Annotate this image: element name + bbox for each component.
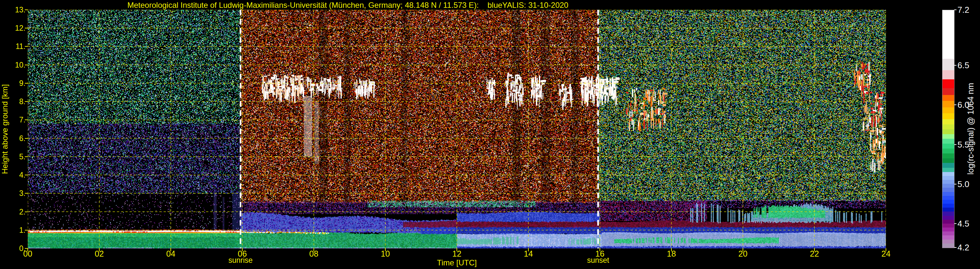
y-tick-label: 0. <box>6 244 25 253</box>
x-tick-mark <box>27 248 28 251</box>
y-tick-mark <box>25 156 28 157</box>
heatmap-plot-canvas <box>28 10 886 248</box>
y-tick-mark <box>25 175 28 175</box>
colorbar-label: log(rc-signal) @ 1064 nm <box>964 10 977 247</box>
colorbar-tick-mark <box>954 144 956 145</box>
colorbar-tick-mark <box>954 184 956 185</box>
colorbar-tick-mark <box>954 10 956 10</box>
x-tick-mark <box>313 248 314 251</box>
x-tick-mark <box>385 248 386 251</box>
colorbar-tick-mark <box>954 105 956 105</box>
y-tick-mark <box>25 101 28 102</box>
y-tick-label: 11. <box>6 42 25 51</box>
x-tick-mark <box>170 248 171 251</box>
y-tick-label: 9. <box>6 79 25 88</box>
y-tick-label: 12. <box>6 24 25 33</box>
y-tick-mark <box>25 65 28 65</box>
x-tick-mark <box>528 248 529 251</box>
x-tick-mark <box>814 248 815 251</box>
colorbar-tick-mark <box>954 223 956 224</box>
y-tick-mark <box>25 193 28 194</box>
y-tick-mark <box>25 212 28 212</box>
y-tick-label: 1. <box>6 226 25 234</box>
sunrise-annotation: sunrise <box>228 256 253 265</box>
y-tick-mark <box>25 138 28 139</box>
y-tick-mark <box>25 83 28 84</box>
x-tick-mark <box>886 248 886 251</box>
y-tick-mark <box>25 28 28 29</box>
y-tick-mark <box>25 230 28 231</box>
y-tick-mark <box>25 46 28 47</box>
y-tick-label: 5. <box>6 152 25 161</box>
page-title: Meteorological Institute of Ludwig-Maxim… <box>127 1 568 10</box>
y-tick-mark <box>25 10 28 10</box>
x-tick-mark <box>743 248 743 251</box>
x-tick-mark <box>600 248 600 251</box>
x-tick-mark <box>99 248 100 251</box>
colorbar-tick-mark <box>954 65 956 65</box>
x-tick-mark <box>242 248 243 251</box>
y-tick-label: 7. <box>6 116 25 124</box>
y-tick-label: 6. <box>6 134 25 143</box>
sunset-annotation: sunset <box>587 256 609 265</box>
y-tick-label: 10. <box>6 60 25 69</box>
y-tick-label: 4. <box>6 171 25 180</box>
x-tick-mark <box>457 248 457 251</box>
y-tick-mark <box>25 119 28 120</box>
y-tick-label: 8. <box>6 97 25 106</box>
y-tick-label: 3. <box>6 189 25 198</box>
lidar-quicklook-window: Meteorological Institute of Ludwig-Maxim… <box>0 0 980 269</box>
x-axis-title: Time [UTC] <box>437 258 477 267</box>
y-tick-label: 13. <box>6 6 25 14</box>
colorbar-tick-mark <box>954 247 956 248</box>
colorbar <box>942 10 955 248</box>
y-tick-label: 2. <box>6 207 25 216</box>
x-tick-mark <box>671 248 672 251</box>
